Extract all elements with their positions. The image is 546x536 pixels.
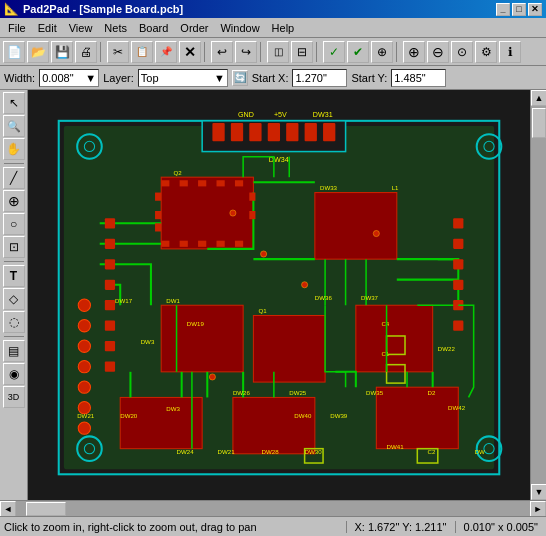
svg-rect-13 — [231, 123, 243, 141]
svg-text:DW19: DW19 — [187, 320, 205, 327]
toolbar: 📄 📂 💾 🖨 ✂ 📋 📌 ✕ ↩ ↪ ◫ ⊟ ✓ ✔ ⊕ ⊕ ⊖ ⊙ ⚙ ℹ — [0, 38, 546, 66]
tool-sep-1 — [4, 163, 24, 164]
settings-button[interactable]: ⚙ — [475, 41, 497, 63]
svg-text:DW26: DW26 — [233, 389, 251, 396]
target-tool[interactable]: ⊕ — [3, 190, 25, 212]
svg-point-90 — [230, 210, 236, 216]
svg-rect-34 — [105, 280, 115, 290]
new-button[interactable]: 📄 — [3, 41, 25, 63]
select-tool[interactable]: ↖ — [3, 92, 25, 114]
status-hint: Click to zoom in, right-click to zoom ou… — [0, 521, 347, 533]
layer-dropdown[interactable]: Top ▼ — [138, 69, 228, 87]
svg-text:C4: C4 — [381, 320, 389, 327]
svg-point-100 — [78, 320, 90, 332]
svg-rect-88 — [249, 193, 255, 201]
start-x-field[interactable]: 1.270" — [292, 69, 347, 87]
scroll-thumb-horizontal[interactable] — [26, 502, 66, 516]
pad-tool[interactable]: ⊡ — [3, 236, 25, 258]
scroll-thumb-vertical[interactable] — [532, 108, 546, 138]
svg-point-101 — [78, 340, 90, 352]
svg-text:DW3: DW3 — [141, 338, 155, 345]
svg-text:DW31: DW31 — [313, 111, 333, 119]
paste-button[interactable]: 📌 — [155, 41, 177, 63]
pcb-canvas-area[interactable]: GND +5V DW31 DW34 — [28, 90, 530, 500]
scroll-right-button[interactable]: ► — [530, 501, 546, 517]
svg-rect-23 — [161, 177, 253, 249]
width-dropdown[interactable]: 0.008" ▼ — [39, 69, 99, 87]
arc-tool[interactable]: ◌ — [3, 311, 25, 333]
svg-rect-75 — [161, 180, 169, 186]
svg-text:DW22: DW22 — [438, 345, 456, 352]
export-button[interactable]: ⊕ — [371, 41, 393, 63]
svg-point-104 — [78, 402, 90, 414]
redo-button[interactable]: ↪ — [235, 41, 257, 63]
svg-rect-41 — [453, 259, 463, 269]
undo-button[interactable]: ↩ — [211, 41, 233, 63]
3d-tool[interactable]: 3D — [3, 386, 25, 408]
svg-text:DW20: DW20 — [120, 412, 138, 419]
tool-sep-2 — [4, 261, 24, 262]
print-button[interactable]: 🖨 — [75, 41, 97, 63]
shape-tool[interactable]: ◇ — [3, 288, 25, 310]
svg-text:DW36: DW36 — [315, 294, 333, 301]
start-x-label: Start X: — [252, 72, 289, 84]
b2-button[interactable]: ⊟ — [291, 41, 313, 63]
b1-button[interactable]: ◫ — [267, 41, 289, 63]
pan-tool[interactable]: ✋ — [3, 138, 25, 160]
svg-rect-28 — [120, 397, 202, 448]
zoom-out-button[interactable]: ⊖ — [427, 41, 449, 63]
menu-help[interactable]: Help — [266, 20, 301, 36]
svg-rect-78 — [217, 180, 225, 186]
svg-text:DW3: DW3 — [166, 405, 180, 412]
scroll-down-button[interactable]: ▼ — [531, 484, 546, 500]
check-button[interactable]: ✓ — [323, 41, 345, 63]
copy-button[interactable]: 📋 — [131, 41, 153, 63]
svg-rect-15 — [268, 123, 280, 141]
title-bar-left: 📐 Pad2Pad - [Sample Board.pcb] — [4, 2, 183, 16]
zoom-in-button[interactable]: ⊕ — [403, 41, 425, 63]
svg-rect-29 — [233, 397, 315, 453]
vertical-scrollbar[interactable]: ▲ ▼ — [530, 90, 546, 500]
info-button[interactable]: ℹ — [499, 41, 521, 63]
save-button[interactable]: 💾 — [51, 41, 73, 63]
drc-button[interactable]: ✔ — [347, 41, 369, 63]
scroll-up-button[interactable]: ▲ — [531, 90, 546, 106]
maximize-button[interactable]: □ — [512, 3, 526, 16]
menu-nets[interactable]: Nets — [98, 20, 133, 36]
svg-point-105 — [78, 422, 90, 434]
text-tool[interactable]: T — [3, 265, 25, 287]
horizontal-scrollbar[interactable]: ◄ ► — [0, 500, 546, 516]
status-bar: Click to zoom in, right-click to zoom ou… — [0, 516, 546, 536]
svg-rect-32 — [105, 239, 115, 249]
svg-point-102 — [78, 361, 90, 373]
menu-window[interactable]: Window — [214, 20, 265, 36]
scroll-track-vertical[interactable] — [531, 106, 546, 484]
menu-edit[interactable]: Edit — [32, 20, 63, 36]
open-button[interactable]: 📂 — [27, 41, 49, 63]
svg-rect-44 — [453, 321, 463, 331]
svg-rect-16 — [286, 123, 298, 141]
menu-view[interactable]: View — [63, 20, 99, 36]
route-tool[interactable]: ╱ — [3, 167, 25, 189]
start-y-field[interactable]: 1.485" — [391, 69, 446, 87]
zoom-fit-button[interactable]: ⊙ — [451, 41, 473, 63]
svg-text:DW39: DW39 — [330, 412, 348, 419]
scroll-left-button[interactable]: ◄ — [0, 501, 16, 517]
menu-board[interactable]: Board — [133, 20, 174, 36]
drill-tool[interactable]: ◉ — [3, 363, 25, 385]
svg-rect-80 — [161, 241, 169, 247]
refresh-button[interactable]: 🔄 — [232, 70, 248, 86]
separator-2 — [204, 42, 208, 62]
scroll-track-horizontal[interactable] — [16, 501, 530, 516]
layers-tool[interactable]: ▤ — [3, 340, 25, 362]
close-button[interactable]: ✕ — [528, 3, 542, 16]
cut-button[interactable]: ✂ — [107, 41, 129, 63]
svg-point-92 — [302, 282, 308, 288]
svg-rect-27 — [356, 305, 433, 372]
menu-file[interactable]: File — [2, 20, 32, 36]
zoom-tool[interactable]: 🔍 — [3, 115, 25, 137]
menu-order[interactable]: Order — [174, 20, 214, 36]
minimize-button[interactable]: _ — [496, 3, 510, 16]
delete-button[interactable]: ✕ — [179, 41, 201, 63]
via-tool[interactable]: ○ — [3, 213, 25, 235]
